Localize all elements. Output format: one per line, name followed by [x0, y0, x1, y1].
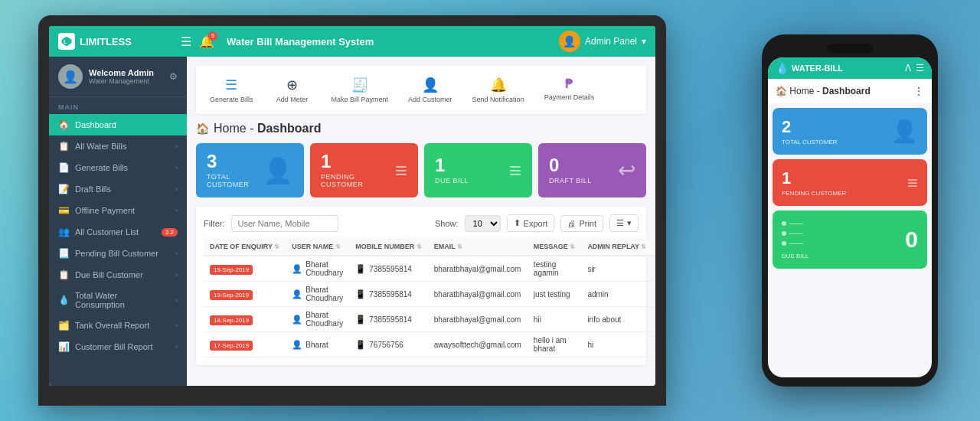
sidebar-label: Pending Bill Customer [75, 249, 169, 258]
add-meter-button[interactable]: ⊕ Add Meter [266, 72, 319, 108]
make-payment-label: Make Bill Payment [332, 96, 389, 103]
col-email: EMAIL ⇅ [428, 238, 528, 256]
sidebar-item-customer-list[interactable]: 👥 All Customer List 2.2 [49, 221, 187, 243]
bell-wrapper[interactable]: 🔔 9 [199, 34, 214, 49]
page-title: Home - Dashboard [214, 122, 321, 135]
arrow-icon: › [175, 250, 178, 257]
logo-icon: L [58, 33, 75, 50]
page-title-prefix: Home - [214, 122, 257, 135]
dot-icon [782, 241, 786, 246]
sidebar-item-due-bill[interactable]: 📋 Due Bill Customer › [49, 264, 187, 286]
cell-message: testing agamin [528, 256, 582, 282]
page-title-main: Dashboard [257, 122, 322, 135]
phone-top-bar: 💧 WATER-BILL Λ ☰ [768, 57, 932, 79]
phone-home-icon: 🏠 [776, 86, 789, 96]
phone-top-icons: Λ ☰ [905, 63, 924, 73]
customer-badge: 2.2 [162, 228, 178, 237]
cell-email: bharatbhayal@gmail.com [428, 282, 528, 307]
view-toggle-button[interactable]: ☰ ▾ [609, 214, 639, 232]
view-icon: ☰ [616, 218, 624, 228]
phone-due-label: DUE BILL [782, 253, 809, 259]
cell-user: 👤 Bharat [286, 332, 349, 357]
phone-total-label: TOTAL CUSTOMER [782, 139, 838, 145]
phone-stat-due: —— —— —— DUE BILL 0 [773, 210, 927, 269]
cell-user: 👤 Bharat Choudhary [286, 256, 349, 282]
add-customer-icon: 👤 [422, 77, 439, 93]
cell-admin-reply: hi [581, 332, 652, 357]
print-icon: 🖨 [567, 219, 576, 228]
phone-due-row3: —— [782, 240, 809, 247]
table-row: 19-Sep-2019 👤 Bharat Choudhary 📱 7385595… [204, 256, 655, 282]
payment-details-button[interactable]: ₱ Payment Details [537, 72, 603, 108]
cell-action: ☰ ▾ [652, 256, 655, 282]
phone-lambda-icon[interactable]: Λ [905, 63, 911, 73]
due-label: DUE BILL [435, 177, 469, 184]
phone-page-title: 🏠 Home - Dashboard [776, 86, 871, 96]
generate-bills-label: Generate Bills [210, 96, 253, 103]
add-customer-button[interactable]: 👤 Add Customer [400, 72, 460, 108]
draft-label: DRAFT BILL [549, 177, 592, 184]
print-button[interactable]: 🖨 Print [560, 215, 603, 232]
arrow-icon: › [175, 185, 178, 193]
due-icon: 📋 [58, 269, 69, 280]
pending-icon: ≡ [395, 158, 407, 183]
sidebar-item-offline-payment[interactable]: 💳 Offline Payment › [49, 200, 187, 221]
col-user: USER NAME ⇅ [286, 238, 349, 256]
sidebar-item-dashboard[interactable]: 🏠 Dashboard [49, 114, 187, 135]
phone-more-icon[interactable]: ⋮ [913, 85, 924, 97]
admin-label: Admin Panel [585, 36, 637, 47]
sidebar-item-water-bills[interactable]: 📋 All Water Bills › [49, 135, 187, 157]
stat-card-draft-bill: 0 DRAFT BILL ↩ [538, 143, 646, 197]
arrow-icon: › [175, 164, 178, 171]
gear-icon[interactable]: ⚙ [169, 71, 178, 82]
cell-mobile: 📱 7385595814 [349, 307, 428, 332]
phone-menu-icon[interactable]: ☰ [916, 63, 924, 73]
phone-pending-icon: ≡ [907, 172, 918, 194]
sidebar-user-sub: Water Management [89, 77, 163, 85]
sidebar-item-bill-report[interactable]: 📊 Customer Bill Report › [49, 336, 187, 357]
make-bill-payment-button[interactable]: 🧾 Make Bill Payment [324, 72, 397, 108]
top-navbar: L LIMITLESS ☰ 🔔 9 Water Bill Management … [49, 26, 655, 57]
phone-title-main: Dashboard [822, 86, 871, 96]
draft-icon: 📝 [58, 184, 69, 194]
home-icon: 🏠 [58, 119, 69, 130]
phone-stat-total-info: 2 TOTAL CUSTOMER [782, 117, 838, 145]
sidebar-item-pending-bill[interactable]: 📃 Pending Bill Customer › [49, 243, 187, 264]
sidebar-item-generate-bills[interactable]: 📄 Generate Bills › [49, 157, 187, 178]
stat-card-total-customer: 3 TOTAL CUSTOMER 👤 [196, 143, 304, 197]
cell-email: bharatbhayal@gmail.com [428, 307, 528, 332]
phone-page-header: 🏠 Home - Dashboard ⋮ [768, 79, 932, 103]
logo-area: L LIMITLESS [58, 33, 181, 50]
cell-admin-reply: sir [581, 256, 652, 282]
export-button[interactable]: ⬆ Export [507, 214, 555, 232]
generate-bills-button[interactable]: ☰ Generate Bills [202, 72, 261, 108]
show-select[interactable]: 10 25 50 [465, 215, 501, 232]
due-num: 1 [435, 156, 469, 175]
dot-icon [782, 221, 786, 226]
admin-dropdown-icon: ▾ [642, 36, 646, 47]
sidebar-item-draft-bills[interactable]: 📝 Draft Bills › [49, 178, 187, 200]
phone-app-name: 💧 WATER-BILL [776, 62, 843, 74]
admin-area[interactable]: 👤 Admin Panel ▾ [559, 31, 646, 52]
water-icon: 💧 [58, 295, 69, 305]
send-notification-button[interactable]: 🔔 Send Notification [465, 72, 532, 108]
table-header-row: DATE OF ENQUIRY ⇅ USER NAME ⇅ MOBILE NUM… [204, 238, 655, 256]
total-customer-icon: 👤 [263, 156, 293, 185]
cell-date: 17-Sep-2019 [204, 332, 286, 357]
total-customer-num: 3 [207, 152, 263, 171]
hamburger-icon[interactable]: ☰ [181, 34, 191, 49]
phone-due-content: —— —— —— DUE BILL [782, 220, 809, 259]
draft-num: 0 [549, 156, 592, 175]
filter-input[interactable] [231, 215, 338, 232]
arrow-icon: › [175, 343, 178, 351]
col-admin-reply: ADMIN REPLAY ⇅ [581, 238, 652, 256]
generate-icon: 📄 [58, 162, 69, 173]
cell-message: just testing [528, 282, 582, 307]
sidebar-label: All Water Bills [75, 142, 169, 151]
sidebar-label: Generate Bills [75, 163, 169, 172]
sidebar-item-water-consumption[interactable]: 💧 Total Water Consumption › [49, 286, 187, 315]
phone-total-num: 2 [782, 117, 838, 137]
cell-user: 👤 Bharat Choudhary [286, 282, 349, 307]
sidebar-item-tank-report[interactable]: 🗂️ Tank Overall Report › [49, 315, 187, 336]
payment-details-label: Payment Details [544, 93, 595, 101]
